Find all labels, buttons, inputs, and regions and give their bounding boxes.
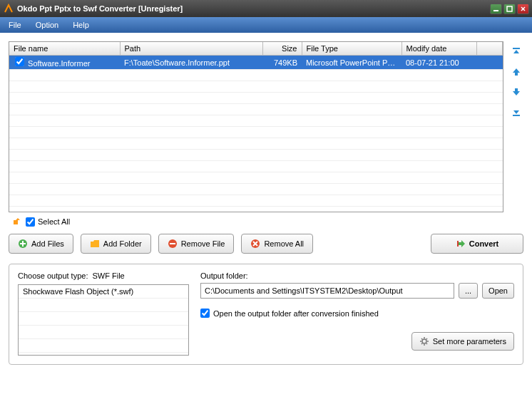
remove-file-label: Remove File [181, 239, 225, 248]
table-header-row: File name Path Size File Type Modify dat… [9, 42, 503, 56]
titlebar: Okdo Ppt Pptx to Swf Converter [Unregist… [0, 0, 532, 17]
column-size[interactable]: Size [262, 42, 302, 56]
maximize-button[interactable] [503, 4, 516, 14]
svg-point-8 [422, 339, 426, 343]
svg-rect-1 [507, 6, 512, 11]
browse-button[interactable]: ... [459, 283, 478, 299]
add-files-label: Add Files [31, 239, 64, 248]
move-bottom-button[interactable] [510, 105, 523, 118]
table-row[interactable]: Software.Informer F:\Toate\Software.Info… [9, 56, 503, 70]
menu-option[interactable]: Option [33, 19, 61, 31]
plus-icon [18, 239, 28, 249]
table-row-empty [9, 172, 503, 184]
gear-icon [419, 336, 429, 346]
table-row-empty [9, 184, 503, 195]
table-row-empty [9, 161, 503, 172]
output-type-section: Choose output type: SWF File Shockwave F… [18, 271, 189, 356]
column-filetype[interactable]: File Type [302, 42, 401, 56]
row-checkbox[interactable] [15, 57, 24, 66]
svg-rect-3 [513, 115, 520, 116]
set-more-parameters-button[interactable]: Set more parameters [411, 332, 514, 351]
move-top-button[interactable] [510, 46, 523, 58]
select-all-label: Select All [38, 217, 70, 226]
output-type-value: SWF File [92, 271, 124, 280]
move-down-button[interactable] [510, 86, 523, 98]
menu-help[interactable]: Help [70, 19, 92, 31]
menubar: File Option Help [0, 17, 532, 33]
column-path[interactable]: Path [120, 42, 262, 56]
menu-file[interactable]: File [6, 19, 24, 31]
table-row-empty [9, 127, 503, 138]
output-folder-input[interactable] [200, 283, 454, 299]
convert-icon [456, 239, 466, 249]
table-row-empty [9, 138, 503, 150]
file-table[interactable]: File name Path Size File Type Modify dat… [9, 41, 503, 212]
convert-label: Convert [469, 239, 499, 248]
add-folder-button[interactable]: Add Folder [81, 234, 151, 254]
remove-all-label: Remove All [264, 239, 304, 248]
close-button[interactable] [517, 4, 529, 14]
convert-button[interactable]: Convert [431, 234, 523, 254]
remove-all-icon [250, 239, 260, 249]
table-row-empty [9, 195, 503, 207]
add-folder-label: Add Folder [103, 239, 142, 248]
action-button-row: Add Files Add Folder Remove File Remove … [9, 234, 523, 254]
below-table-row: Select All [9, 217, 523, 227]
type-list-item[interactable]: Shockwave Flash Object (*.swf) [19, 285, 154, 299]
select-all-input[interactable] [26, 217, 35, 227]
move-up-button[interactable] [510, 66, 523, 78]
column-filename[interactable]: File name [9, 42, 120, 56]
select-all-checkbox[interactable]: Select All [26, 217, 70, 227]
output-type-label: Choose output type: [18, 271, 88, 280]
svg-rect-0 [493, 10, 498, 11]
output-type-list[interactable]: Shockwave Flash Object (*.swf) [18, 284, 189, 356]
svg-rect-6 [170, 243, 175, 244]
table-row-empty [9, 93, 503, 104]
minimize-button[interactable] [490, 4, 502, 14]
table-row-empty [9, 81, 503, 93]
table-row-empty [9, 150, 503, 161]
remove-all-button[interactable]: Remove All [241, 234, 313, 254]
svg-rect-2 [513, 48, 520, 49]
reorder-arrows [509, 41, 523, 212]
table-row-empty [9, 70, 503, 81]
app-icon [3, 3, 14, 14]
table-row-empty [9, 115, 503, 127]
folder-icon [90, 239, 100, 249]
window-controls [490, 4, 529, 14]
add-files-button[interactable]: Add Files [9, 234, 73, 254]
output-folder-label: Output folder: [200, 271, 514, 280]
minus-icon [168, 239, 178, 249]
open-after-label: Open the output folder after conversion … [213, 309, 379, 318]
open-folder-button[interactable]: Open [482, 283, 514, 299]
window-title: Okdo Ppt Pptx to Swf Converter [Unregist… [17, 4, 490, 13]
column-modify[interactable]: Modify date [401, 42, 476, 56]
open-after-checkbox[interactable]: Open the output folder after conversion … [200, 309, 514, 318]
more-params-label: Set more parameters [433, 337, 506, 346]
output-folder-section: Output folder: ... Open Open the output … [200, 271, 514, 356]
open-after-input[interactable] [200, 309, 210, 318]
remove-file-button[interactable]: Remove File [158, 234, 235, 254]
table-row-empty [9, 104, 503, 115]
column-spacer [476, 42, 503, 56]
up-folder-icon[interactable] [11, 217, 21, 227]
bottom-panel: Choose output type: SWF File Shockwave F… [9, 264, 523, 365]
